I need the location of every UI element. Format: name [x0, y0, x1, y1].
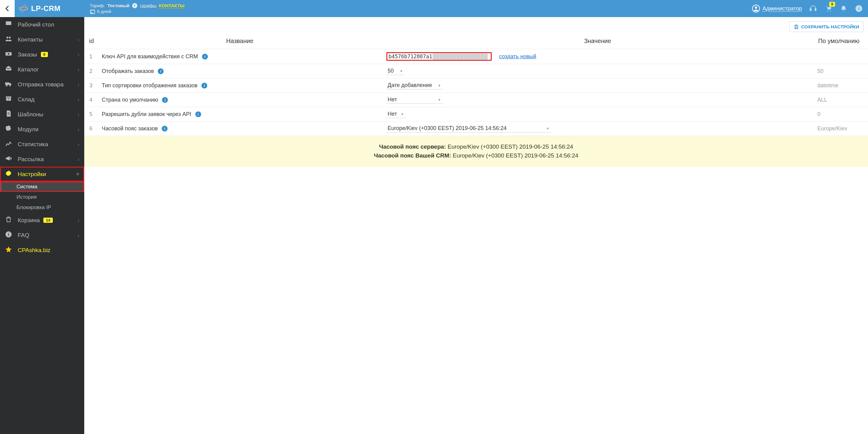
chevron-right-icon: ›: [78, 141, 79, 148]
main-content: СОХРАНИТЬ НАСТРОЙКИ id Название Значение…: [84, 17, 868, 434]
nav-faq[interactable]: iFAQ›: [0, 228, 84, 243]
row-id: 3: [84, 79, 98, 93]
row-name: Разрешить дубли заявок через API i: [98, 107, 382, 121]
chevron-right-icon: ›: [78, 232, 79, 239]
caret-down-icon: ▼: [438, 84, 441, 87]
chart-icon: [5, 140, 12, 149]
doc-icon: [5, 110, 12, 119]
table-row: 6Часовой пояс заказов iEurope/Kiev (+030…: [84, 121, 868, 136]
tariff-label: Тариф:: [90, 3, 105, 8]
subnav-item[interactable]: История: [0, 192, 84, 203]
svg-rect-6: [810, 8, 811, 11]
save-settings-button[interactable]: СОХРАНИТЬ НАСТРОЙКИ: [789, 21, 864, 32]
user-icon: [752, 5, 760, 12]
timezone-note: Часовой пояс сервера: Europe/Kiev (+0300…: [84, 135, 868, 167]
row-id: 4: [84, 93, 98, 107]
info-icon[interactable]: i: [162, 126, 167, 131]
nav-puzzle[interactable]: Модули›: [0, 122, 84, 137]
select-field[interactable]: Нет▼: [386, 96, 443, 104]
save-icon: [794, 24, 799, 29]
select-field[interactable]: Дате добавления▼: [386, 82, 443, 89]
nav-chart[interactable]: Статистика›: [0, 137, 84, 152]
calendar-icon: [90, 9, 95, 14]
caret-down-icon: ▼: [400, 69, 403, 73]
nav-users[interactable]: Контакты›: [0, 32, 84, 47]
info-icon[interactable]: i: [158, 68, 163, 74]
info-icon[interactable]: i: [195, 112, 201, 117]
brand[interactable]: LP-CRM: [14, 4, 84, 13]
contacts-link[interactable]: КОНТАКТЫ: [159, 3, 184, 8]
table-row: 2Отображать заказов i50▼50: [84, 64, 868, 79]
tz-server-label: Часовой пояс сервера:: [379, 144, 446, 150]
svg-point-13: [6, 37, 8, 38]
tariff-block: Тариф: Тестовый i тарифы КОНТАКТЫ 9 дней: [90, 3, 185, 14]
user-menu[interactable]: Администратор: [752, 5, 802, 12]
nav-label: Модули: [18, 126, 38, 133]
table-row: 5Разрешить дубли заявок через API iНет▼0: [84, 107, 868, 121]
svg-point-16: [8, 53, 9, 55]
tariff-name: Тестовый: [107, 3, 129, 8]
nav-truck[interactable]: Отправка товара›: [0, 77, 84, 92]
nav-label: Рабочий стол: [18, 21, 54, 28]
tariffs-link[interactable]: тарифы: [140, 3, 157, 8]
puzzle-icon: [5, 125, 12, 134]
nav-label: FAQ: [18, 232, 29, 239]
chevron-right-icon: ›: [78, 36, 79, 43]
info-icon[interactable]: i: [132, 3, 137, 8]
row-id: 6: [84, 121, 98, 136]
nav-trash[interactable]: Корзина14›: [0, 213, 84, 228]
col-value: Значение: [382, 34, 813, 49]
back-button[interactable]: [0, 0, 14, 17]
row-value: 50▼: [382, 64, 813, 79]
help-icon[interactable]: i: [855, 5, 863, 12]
nav-doc[interactable]: Шаблоны›: [0, 107, 84, 122]
chevron-right-icon: ›: [78, 217, 79, 224]
row-name: Тип сортировки отображения заказов i: [98, 79, 382, 93]
row-default: [813, 49, 868, 64]
nav-label: Отправка товара: [18, 81, 63, 88]
nav-cpa[interactable]: CPAshka.biz: [0, 243, 84, 257]
info-icon[interactable]: i: [202, 54, 208, 60]
nav-label: Рассылка: [18, 156, 44, 163]
nav-archive[interactable]: Склад›: [0, 92, 84, 107]
row-name: Часовой пояс заказов i: [98, 121, 382, 136]
col-name: Название: [98, 34, 382, 49]
tz-crm-value: Europe/Kiev (+0300 EEST) 2019-06-25 14:5…: [453, 152, 578, 159]
create-new-key-link[interactable]: создать новый: [499, 54, 536, 60]
nav-bullhorn[interactable]: Рассылка›: [0, 152, 84, 167]
row-value: Нет▼: [382, 107, 813, 121]
svg-rect-12: [6, 21, 11, 25]
svg-rect-21: [6, 98, 11, 101]
bullhorn-icon: [5, 155, 12, 163]
subnav-item[interactable]: Блокировка IP: [0, 203, 84, 213]
subnav-item[interactable]: Система: [0, 182, 84, 192]
nav-label: CPAshka.biz: [18, 247, 50, 254]
nav-cash[interactable]: Заказы9›: [0, 47, 84, 62]
trash-icon: [5, 216, 12, 225]
days-left: 9 дней: [97, 9, 111, 14]
svg-point-9: [830, 10, 831, 11]
users-icon: [5, 35, 12, 44]
tz-server-value: Europe/Kiev (+0300 EEST) 2019-06-25 14:5…: [447, 144, 573, 150]
chevron-right-icon: ›: [78, 51, 79, 58]
caret-down-icon: ▼: [438, 98, 441, 102]
info-icon[interactable]: i: [162, 97, 168, 103]
support-icon[interactable]: [809, 5, 817, 12]
info-icon[interactable]: i: [202, 83, 207, 89]
row-default: ALL: [813, 93, 868, 107]
chevron-right-icon: ›: [78, 156, 79, 163]
nav-inbox[interactable]: Каталог›: [0, 62, 84, 77]
row-default: 0: [813, 107, 868, 121]
select-field[interactable]: Europe/Kiev (+0300 EEST) 2019-06-25 14:5…: [386, 125, 551, 132]
bell-icon[interactable]: [840, 5, 847, 12]
cart-icon[interactable]: 9: [825, 5, 832, 12]
nav-gear[interactable]: Настройки▾: [0, 167, 84, 182]
nav-label: Заказы: [18, 51, 37, 58]
nav-desktop[interactable]: Рабочий стол: [0, 17, 84, 32]
nav-label: Статистика: [18, 141, 48, 148]
select-field[interactable]: 50▼: [386, 67, 405, 75]
svg-rect-3: [90, 10, 95, 13]
settings-table: id Название Значение По умолчанию 1Ключ …: [84, 34, 868, 135]
select-field[interactable]: Нет▼: [386, 110, 406, 118]
table-row: 4Страна по умолчанию iНет▼ALL: [84, 93, 868, 107]
